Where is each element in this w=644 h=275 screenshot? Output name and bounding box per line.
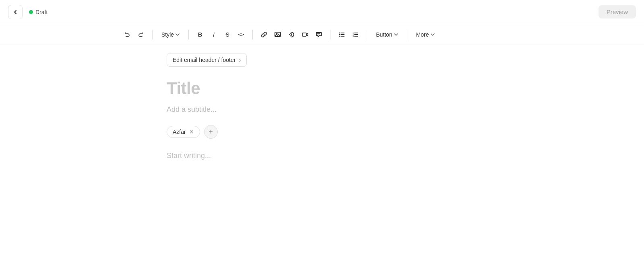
ordered-list-button[interactable]: 1 2 3 bbox=[349, 28, 362, 41]
bullet-list-icon bbox=[339, 31, 345, 38]
svg-point-9 bbox=[339, 32, 340, 33]
divider-5 bbox=[367, 30, 367, 39]
audio-button[interactable] bbox=[285, 28, 298, 41]
draft-label: Draft bbox=[35, 9, 47, 15]
add-author-icon: + bbox=[208, 128, 213, 136]
back-icon bbox=[12, 9, 19, 15]
italic-icon: I bbox=[213, 31, 215, 38]
back-button[interactable] bbox=[8, 5, 23, 19]
divider-2 bbox=[188, 30, 189, 39]
svg-point-2 bbox=[289, 34, 290, 35]
divider-4 bbox=[330, 30, 330, 39]
style-label: Style bbox=[161, 31, 174, 38]
strikethrough-button[interactable]: S bbox=[221, 28, 234, 41]
undo-icon bbox=[124, 31, 130, 38]
svg-point-11 bbox=[339, 35, 340, 36]
post-subtitle[interactable]: Add a subtitle... bbox=[167, 105, 477, 114]
insert-group bbox=[258, 28, 325, 41]
code-icon: <> bbox=[238, 31, 244, 37]
strikethrough-icon: S bbox=[225, 31, 229, 38]
more-label: More bbox=[416, 31, 429, 38]
image-button[interactable] bbox=[271, 28, 284, 41]
bullet-list-button[interactable] bbox=[335, 28, 348, 41]
bold-button[interactable]: B bbox=[194, 28, 206, 41]
edit-header-chevron-icon: › bbox=[239, 57, 240, 63]
italic-button[interactable]: I bbox=[207, 28, 220, 41]
top-bar-left: Draft bbox=[8, 5, 47, 19]
svg-point-10 bbox=[339, 34, 340, 35]
add-author-button[interactable]: + bbox=[204, 125, 218, 139]
edit-header-footer-label: Edit email header / footer bbox=[173, 57, 235, 63]
link-button[interactable] bbox=[258, 28, 270, 41]
ordered-list-icon: 1 2 3 bbox=[352, 31, 359, 38]
redo-button[interactable] bbox=[134, 28, 147, 41]
undo-redo-group bbox=[121, 28, 147, 41]
style-chevron-icon bbox=[175, 33, 180, 36]
redo-icon bbox=[138, 31, 144, 38]
svg-rect-0 bbox=[275, 32, 281, 37]
bold-icon: B bbox=[198, 31, 202, 38]
quote-icon bbox=[316, 31, 322, 38]
button-dropdown[interactable]: Button bbox=[372, 30, 402, 39]
author-row: Azfar ✕ + bbox=[167, 125, 477, 139]
image-icon bbox=[275, 31, 281, 38]
more-chevron-icon bbox=[431, 33, 435, 36]
draft-badge: Draft bbox=[29, 9, 47, 15]
edit-header-footer-button[interactable]: Edit email header / footer › bbox=[167, 53, 247, 67]
more-dropdown[interactable]: More bbox=[412, 30, 439, 39]
divider-3 bbox=[252, 30, 253, 39]
audio-icon bbox=[288, 31, 295, 38]
style-dropdown[interactable]: Style bbox=[157, 30, 184, 39]
quote-button[interactable] bbox=[312, 28, 325, 41]
svg-text:3: 3 bbox=[353, 35, 354, 37]
list-group: 1 2 3 bbox=[335, 28, 362, 41]
text-format-group: B I S <> bbox=[194, 28, 248, 41]
main-content: Edit email header / footer › Title Add a… bbox=[0, 45, 644, 168]
link-icon bbox=[261, 31, 267, 38]
divider-6 bbox=[407, 30, 407, 39]
remove-author-button[interactable]: ✕ bbox=[189, 129, 194, 135]
preview-button[interactable]: Preview bbox=[599, 5, 636, 18]
video-button[interactable] bbox=[299, 28, 312, 41]
divider-1 bbox=[152, 30, 153, 39]
button-chevron-icon bbox=[394, 33, 398, 36]
author-tag: Azfar ✕ bbox=[167, 126, 200, 138]
video-icon bbox=[302, 31, 308, 38]
toolbar: Style B I S <> bbox=[0, 24, 644, 45]
start-writing-placeholder[interactable]: Start writing... bbox=[167, 152, 477, 160]
svg-rect-3 bbox=[302, 33, 306, 36]
author-name: Azfar bbox=[173, 129, 186, 135]
undo-button[interactable] bbox=[121, 28, 134, 41]
code-button[interactable]: <> bbox=[235, 28, 248, 41]
top-bar: Draft Preview bbox=[0, 0, 644, 24]
post-title[interactable]: Title bbox=[167, 79, 477, 98]
draft-status-dot bbox=[29, 10, 33, 14]
button-dropdown-label: Button bbox=[376, 31, 392, 38]
